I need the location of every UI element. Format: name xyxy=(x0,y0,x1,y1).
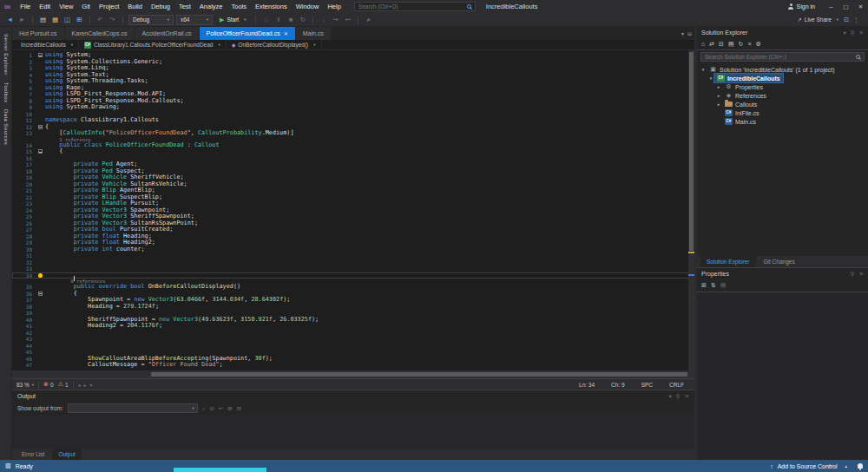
code-line[interactable]: 38 Heading = 279.1724f; xyxy=(12,304,694,311)
tree-item[interactable]: ▸⚙Properties xyxy=(697,82,868,91)
breadcrumb-project[interactable]: IncredibleCallouts ▾ xyxy=(16,40,79,49)
search-output-icon[interactable]: ⌕ xyxy=(202,405,206,412)
lightbulb-icon[interactable] xyxy=(38,273,43,278)
line-indicator[interactable]: Ln: 34 xyxy=(573,382,601,388)
code-line[interactable]: 47 CalloutMessage = "Officer Found Dead"… xyxy=(12,362,694,369)
tree-item[interactable]: C#Main.cs xyxy=(697,117,868,126)
issues-filter-icon[interactable]: ▾ xyxy=(90,382,93,388)
wrap-icon[interactable]: ↩ xyxy=(219,405,223,412)
close-icon[interactable]: ✕ xyxy=(859,271,864,278)
find-in-files-icon[interactable]: ⌕ xyxy=(364,16,373,24)
fold-marker[interactable] xyxy=(38,53,43,57)
tree-item[interactable]: C#IniFile.cs xyxy=(697,108,868,117)
fold-marker[interactable] xyxy=(38,149,43,154)
collapse-all-icon[interactable]: ⊟ xyxy=(237,405,241,412)
code-line[interactable]: 31 xyxy=(12,252,694,259)
tree-item[interactable]: ▸Callouts xyxy=(697,100,868,108)
properties-icon[interactable]: ⚙ xyxy=(756,41,761,48)
menu-file[interactable]: File xyxy=(16,3,35,10)
window-position-icon[interactable]: ▾ xyxy=(844,30,846,36)
line-ending-indicator[interactable]: CRLF xyxy=(663,382,690,388)
whitespace-indicator[interactable]: SPC xyxy=(635,382,659,388)
tool-tab-solution-explorer[interactable]: Solution Explorer xyxy=(700,256,756,267)
stop-icon[interactable]: ■ xyxy=(286,16,295,23)
menu-help[interactable]: Help xyxy=(323,3,345,10)
notifications-bell-icon[interactable] xyxy=(858,463,863,469)
code-line[interactable]: 3using System.Linq; xyxy=(12,65,694,72)
property-pages-icon[interactable]: ▤ xyxy=(720,282,727,289)
window-position-icon[interactable]: ▾ xyxy=(669,393,672,400)
code-line[interactable]: 44 xyxy=(12,343,694,350)
platform-dropdown[interactable]: x64▾ xyxy=(176,15,213,25)
code-line[interactable]: 41 Heading2 = 204.1176f; xyxy=(12,323,694,330)
code-line[interactable]: 13 [CalloutInfo("PoliceOfficerFoundDead"… xyxy=(12,130,694,137)
menu-git[interactable]: Git xyxy=(77,3,95,10)
step-out-icon[interactable]: ↩ xyxy=(343,16,352,23)
menu-edit[interactable]: Edit xyxy=(35,3,55,10)
horizontal-scrollbar[interactable] xyxy=(12,370,694,378)
nest-objects-icon[interactable]: ≡ xyxy=(747,41,751,47)
pin-icon[interactable]: ⚲ xyxy=(851,271,855,278)
tool-tab-error-list[interactable]: Error List xyxy=(16,449,50,460)
code-line[interactable]: 30 private int counter; xyxy=(12,246,694,253)
code-line[interactable]: 33 xyxy=(12,266,694,272)
expander-icon[interactable]: ▸ xyxy=(715,84,722,89)
undo-icon[interactable]: ↶ xyxy=(95,16,105,23)
expander-icon[interactable]: ▸ xyxy=(715,93,722,98)
se-search-box[interactable] xyxy=(700,52,865,62)
live-share-button[interactable]: ↗ Live Share ▾ xyxy=(797,16,838,23)
menu-window[interactable]: Window xyxy=(292,3,324,10)
tree-item[interactable]: ▾C#IncredibleCallouts xyxy=(697,74,868,82)
code-line[interactable]: 35 public override bool OnBeforeCalloutD… xyxy=(12,284,694,291)
minimize-button[interactable]: ─ xyxy=(824,0,838,13)
output-source-dropdown[interactable]: ▾ xyxy=(68,403,198,413)
menu-tools[interactable]: Tools xyxy=(227,3,251,10)
menu-debug[interactable]: Debug xyxy=(147,3,174,10)
forward-icon[interactable]: ► xyxy=(17,16,27,23)
side-tab-server-explorer[interactable]: Server Explorer xyxy=(3,34,9,75)
code-line[interactable]: 11namespace ClassLibrary1.Callouts xyxy=(12,117,694,124)
prev-issue-icon[interactable]: ◂ xyxy=(78,382,81,388)
menu-build[interactable]: Build xyxy=(123,3,147,10)
close-icon[interactable]: ✕ xyxy=(685,393,689,400)
code-line[interactable]: 15 { xyxy=(12,148,694,155)
active-files-dropdown-icon[interactable]: ▾ xyxy=(681,30,684,36)
sign-in-button[interactable]: Sign in xyxy=(797,3,815,10)
code-editor[interactable]: 1using System;2using System.Collections.… xyxy=(12,50,694,370)
vertical-scrollbar-thumb[interactable] xyxy=(689,52,694,251)
configuration-dropdown[interactable]: Debug▾ xyxy=(128,15,174,25)
breadcrumb-member[interactable]: ◆ OnBeforeCalloutDisplayed() ▾ xyxy=(227,40,322,49)
tab-main-cs[interactable]: Main.cs xyxy=(296,27,332,40)
alphabetical-icon[interactable]: ⇅ xyxy=(711,282,716,289)
warning-count[interactable]: ⚠ 1 xyxy=(58,381,69,388)
next-issue-icon[interactable]: ▸ xyxy=(84,382,87,388)
break-all-icon[interactable]: ‖ xyxy=(273,16,283,23)
clear-all-icon[interactable]: ⊘ xyxy=(209,405,214,412)
fold-marker[interactable] xyxy=(38,292,43,296)
refresh-icon[interactable]: ↻ xyxy=(739,41,744,48)
expander-icon[interactable]: ▾ xyxy=(707,75,714,81)
expander-icon[interactable]: ▾ xyxy=(700,67,707,72)
open-file-icon[interactable]: ▦ xyxy=(50,16,60,23)
expand-all-icon[interactable]: ⊞ xyxy=(227,405,232,412)
pin-icon[interactable]: ⚲ xyxy=(851,30,855,36)
tool-tab-git-changes[interactable]: Git Changes xyxy=(758,256,801,267)
tab-accidentonrail-cs[interactable]: AccidentOnRail.cs xyxy=(135,27,199,40)
feedback-icon[interactable]: ⊡ xyxy=(844,16,849,23)
breadcrumb-type[interactable]: C# ClassLibrary1.Callouts.PoliceOfficerF… xyxy=(79,40,227,49)
se-search-input[interactable] xyxy=(705,54,856,60)
tab-policeofficerfounddead-cs[interactable]: PoliceOfficerFoundDead.cs✕ xyxy=(200,27,296,40)
new-file-icon[interactable]: ▤ xyxy=(38,16,48,23)
maximize-button[interactable]: ▢ xyxy=(838,0,853,13)
expander-icon[interactable]: ▸ xyxy=(715,102,722,107)
menu-project[interactable]: Project xyxy=(95,3,123,10)
code-line[interactable]: 5using System.Threading.Tasks; xyxy=(12,78,694,85)
switch-views-icon[interactable]: ⇄ xyxy=(709,41,714,48)
hot-reload-icon[interactable]: ♨ xyxy=(261,16,271,23)
quick-search[interactable] xyxy=(354,2,476,11)
tab-karencalledcops-cs[interactable]: KarenCalledCops.cs xyxy=(65,27,135,40)
save-icon[interactable]: ◫ xyxy=(62,16,72,23)
fold-marker[interactable] xyxy=(38,125,43,129)
code-line[interactable]: 32 xyxy=(12,259,694,266)
step-over-icon[interactable]: ↪ xyxy=(331,16,340,23)
